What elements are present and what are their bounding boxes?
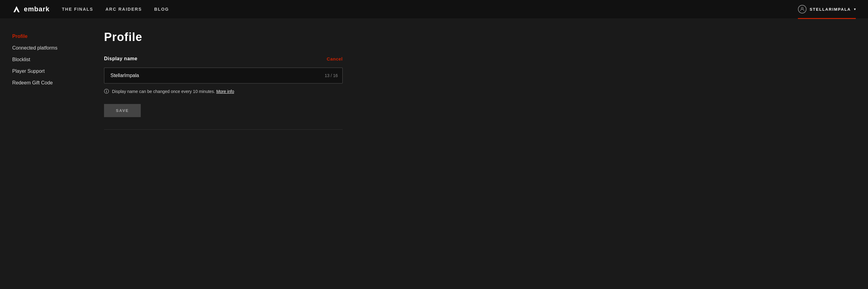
display-name-section: Display name Cancel 13 / 16 ⓘ Display na… [104, 56, 343, 117]
sidebar-item-profile[interactable]: Profile [12, 31, 73, 42]
main-header: embark THE FINALS ARC RAIDERS BLOG STELL… [0, 0, 868, 18]
sidebar-item-blocklist[interactable]: Blocklist [12, 54, 73, 65]
main-content: Profile Display name Cancel 13 / 16 ⓘ Di… [86, 18, 361, 289]
display-name-input[interactable] [104, 68, 343, 84]
svg-point-1 [801, 7, 803, 9]
display-name-label: Display name [104, 56, 137, 61]
form-header: Display name Cancel [104, 56, 343, 61]
logo[interactable]: embark [12, 5, 50, 13]
svg-marker-0 [13, 6, 20, 12]
nav-item-blog[interactable]: BLOG [154, 7, 169, 12]
page-layout: Profile Connected platforms Blocklist Pl… [0, 18, 868, 289]
logo-text: embark [24, 5, 50, 13]
username-label: STELLARIMPALA [810, 7, 851, 12]
info-row: ⓘ Display name can be changed once every… [104, 88, 343, 95]
display-name-input-container: 13 / 16 [104, 68, 343, 84]
embark-logo-icon [12, 5, 21, 13]
page-title: Profile [104, 31, 343, 44]
sidebar-item-redeem-gift-code[interactable]: Redeem Gift Code [12, 77, 73, 89]
header-left: embark THE FINALS ARC RAIDERS BLOG [12, 5, 169, 13]
user-avatar-icon [798, 5, 806, 13]
sidebar: Profile Connected platforms Blocklist Pl… [0, 18, 86, 289]
section-divider [104, 129, 343, 130]
cancel-button[interactable]: Cancel [327, 56, 343, 61]
user-menu[interactable]: STELLARIMPALA ▾ [798, 5, 856, 13]
nav-item-the-finals[interactable]: THE FINALS [62, 7, 93, 12]
main-nav: THE FINALS ARC RAIDERS BLOG [62, 7, 169, 12]
info-icon: ⓘ [104, 88, 109, 95]
save-button[interactable]: SAVE [104, 104, 141, 117]
info-text: Display name can be changed once every 1… [112, 89, 234, 95]
chevron-down-icon: ▾ [854, 7, 856, 11]
nav-item-arc-raiders[interactable]: ARC RAIDERS [105, 7, 142, 12]
sidebar-item-connected-platforms[interactable]: Connected platforms [12, 42, 73, 54]
sidebar-item-player-support[interactable]: Player Support [12, 65, 73, 77]
more-info-link[interactable]: More info [216, 89, 234, 94]
